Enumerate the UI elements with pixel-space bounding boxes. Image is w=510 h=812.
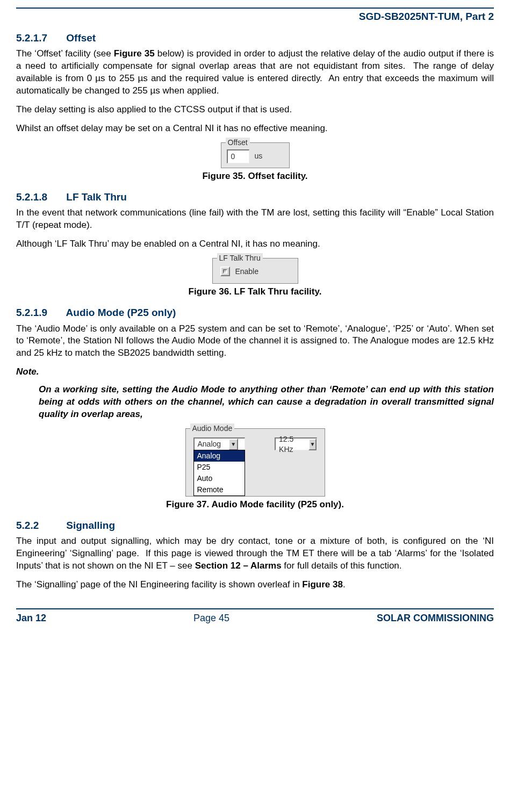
audiomode-option-p25[interactable]: P25 — [194, 462, 245, 473]
section-number: 5.2.1.7 — [16, 31, 63, 45]
audiomode-dropdown[interactable]: Analog ▼ — [193, 437, 245, 450]
offset-unit-label: us — [254, 152, 262, 160]
section-title: Audio Mode (P25 only) — [66, 307, 176, 318]
audiomode-groupbox: Audio Mode Analog ▼ Analog P25 Auto Remo… — [185, 428, 325, 497]
section-title: Signalling — [66, 520, 115, 531]
lftalk-groupbox: LF Talk Thru Enable — [212, 258, 298, 284]
figure36-caption: Figure 36. LF Talk Thru facility. — [16, 286, 494, 298]
para-lftalk-1: In the event that network communications… — [16, 207, 494, 232]
note-body: On a working site, setting the Audio Mod… — [39, 384, 494, 421]
top-rule — [16, 8, 494, 9]
lftalk-legend: LF Talk Thru — [217, 253, 263, 263]
figure35-caption: Figure 35. Offset facility. — [16, 170, 494, 183]
heading-signalling: 5.2.2 Signalling — [16, 519, 494, 533]
heading-lftalk: 5.2.1.8 LF Talk Thru — [16, 190, 494, 204]
figure37-caption: Figure 37. Audio Mode facility (P25 only… — [16, 499, 494, 511]
note-label: Note. — [16, 366, 494, 378]
section-number: 5.2.1.9 — [16, 306, 63, 320]
section-title: LF Talk Thru — [66, 191, 127, 203]
para-lftalk-2: Although ‘LF Talk Thru’ may be enabled o… — [16, 238, 494, 250]
footer-section: SOLAR COMMISSIONING — [377, 612, 494, 624]
para-offset-3: Whilst an offset delay may be set on a C… — [16, 123, 494, 135]
para-offset-1: The ‘Offset’ facility (see Figure 35 bel… — [16, 48, 494, 97]
audiomode-option-auto[interactable]: Auto — [194, 473, 245, 484]
para-signalling-2: The ‘Signalling’ page of the NI Engineer… — [16, 579, 494, 591]
footer-page: Page 45 — [193, 612, 229, 624]
offset-groupbox: Offset 0 us — [221, 142, 290, 168]
heading-audiomode: 5.2.1.9 Audio Mode (P25 only) — [16, 306, 494, 320]
offset-input[interactable]: 0 — [227, 149, 249, 163]
section-title: Offset — [66, 32, 96, 44]
chevron-down-icon: ▼ — [308, 439, 316, 450]
audiomode-dropdown-value: Analog — [198, 439, 229, 449]
lftalk-enable-checkbox[interactable] — [220, 267, 230, 276]
footer-date: Jan 12 — [16, 612, 46, 624]
offset-legend: Offset — [226, 138, 250, 148]
audiomode-dropdown-list[interactable]: Analog P25 Auto Remote — [193, 450, 245, 496]
audiomode-option-remote[interactable]: Remote — [194, 484, 245, 495]
para-signalling-1: The input and output signalling, which m… — [16, 535, 494, 572]
bandwidth-dropdown[interactable]: 12.5 KHz ▼ — [275, 437, 317, 450]
lftalk-enable-label: Enable — [235, 267, 258, 276]
chevron-down-icon: ▼ — [228, 439, 238, 450]
section-number: 5.2.1.8 — [16, 190, 63, 204]
para-audio-1: The ‘Audio Mode’ is only available on a … — [16, 323, 494, 360]
section-number: 5.2.2 — [16, 519, 63, 533]
heading-offset: 5.2.1.7 Offset — [16, 31, 494, 45]
audiomode-option-analog[interactable]: Analog — [194, 450, 245, 462]
bottom-rule — [16, 608, 494, 609]
doc-title: SGD-SB2025NT-TUM, Part 2 — [16, 10, 494, 24]
bandwidth-dropdown-value: 12.5 KHz — [279, 434, 308, 455]
para-offset-2: The delay setting is also applied to the… — [16, 104, 494, 116]
audiomode-legend: Audio Mode — [190, 423, 235, 434]
page-footer: Jan 12 Page 45 SOLAR COMMISSIONING — [16, 608, 494, 624]
